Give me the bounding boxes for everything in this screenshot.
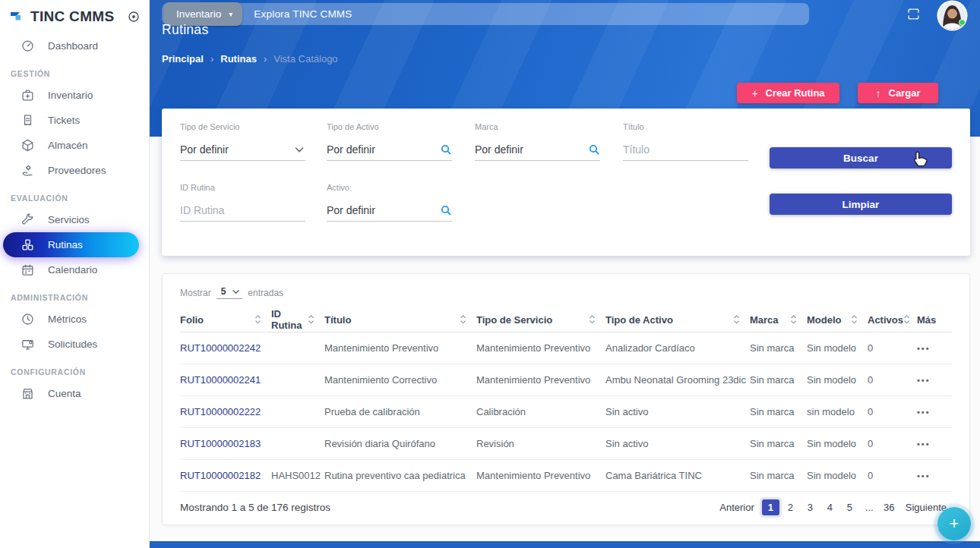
id-rutina-field[interactable] xyxy=(180,199,305,222)
chevron-down-icon: ▾ xyxy=(229,11,232,18)
tipo-servicio-value: Por definir xyxy=(180,143,229,156)
upload-button[interactable]: ↑ Cargar xyxy=(858,83,938,103)
filter-panel: Tipo de Servicio Por definir Tipo de Act… xyxy=(162,109,970,256)
sidebar-item-cuenta[interactable]: Cuenta xyxy=(0,381,149,406)
id-rutina-input[interactable] xyxy=(180,204,305,216)
sort-icon[interactable] xyxy=(460,314,466,325)
folio-link[interactable]: RUT10000002222 xyxy=(180,406,271,417)
sort-icon[interactable] xyxy=(790,314,797,325)
column-header-folio[interactable]: Folio xyxy=(180,314,271,326)
pagination: Anterior 1 2 3 4 5 ... 36 Siguiente xyxy=(714,499,952,515)
page-size-select[interactable]: 5 xyxy=(217,286,243,299)
sidebar-item-inventario[interactable]: Inventario xyxy=(0,83,149,108)
sidebar-section-administracion: ADMINISTRACIÓN xyxy=(0,282,149,307)
table-row: RUT10000002222 Prueba de calibración Cal… xyxy=(180,396,952,428)
column-header-tipo-activo[interactable]: Tipo de Activo xyxy=(605,314,750,326)
sidebar-item-solicitudes[interactable]: Solicitudes xyxy=(0,332,149,357)
sidebar-item-label: Inventario xyxy=(48,90,93,101)
sidebar-item-almacen[interactable]: Almacén xyxy=(0,133,149,158)
upload-arrow-icon: ↑ xyxy=(876,87,881,99)
search-icon xyxy=(440,204,452,216)
logo-row: TINC CMMS xyxy=(0,0,149,29)
search-context-label: Inventario xyxy=(176,8,221,20)
titulo-field[interactable] xyxy=(623,138,748,161)
sidebar-item-label: Tickets xyxy=(48,115,80,126)
building-icon xyxy=(21,386,35,401)
sidebar-item-label: Almacén xyxy=(48,140,88,151)
plus-icon: + xyxy=(751,87,757,99)
titulo-input[interactable] xyxy=(623,143,748,156)
sidebar-item-rutinas[interactable]: Rutinas xyxy=(3,232,139,257)
sidebar-item-label: Métricos xyxy=(48,313,87,325)
breadcrumb-home[interactable]: Principal xyxy=(162,53,204,65)
pagination-page[interactable]: 36 xyxy=(880,499,898,515)
row-more-icon[interactable]: ••• xyxy=(917,408,952,417)
filter-tipo-activo: Tipo de Activo Por definir xyxy=(327,122,452,161)
sidebar-section-gestion: GESTIÓN xyxy=(0,58,149,83)
chevron-down-icon xyxy=(232,288,240,296)
breadcrumb: Principal › Rutinas › Vista Catálogo xyxy=(162,53,338,65)
wrench-icon xyxy=(21,213,35,227)
search-input[interactable]: Explora TINC CMMS xyxy=(254,8,352,20)
sort-icon[interactable] xyxy=(589,314,596,325)
user-avatar[interactable] xyxy=(937,0,968,31)
filter-label: Título xyxy=(623,122,748,131)
folio-link[interactable]: RUT10000002183 xyxy=(180,438,271,449)
pagination-previous[interactable]: Anterior xyxy=(714,502,760,513)
sort-icon[interactable] xyxy=(254,314,261,325)
table-row: RUT10000002241 Mantenimiento Correctivo … xyxy=(180,364,952,396)
tipo-activo-lookup[interactable]: Por definir xyxy=(327,138,452,161)
pagination-page[interactable]: 2 xyxy=(782,499,799,515)
create-rutina-button[interactable]: + Crear Rutina xyxy=(737,83,839,103)
main-area: Inventario ▾ Explora TINC CMMS Rutinas P… xyxy=(150,0,980,548)
table-row: RUT10000002242 Mantenimiento Preventivo … xyxy=(180,332,952,364)
fullscreen-icon[interactable] xyxy=(906,7,921,21)
filter-label: Activo: xyxy=(327,183,452,192)
sidebar-item-dashboard[interactable]: Dashboard xyxy=(0,33,149,58)
sidebar-item-label: Solicitudes xyxy=(48,339,97,350)
sort-icon[interactable] xyxy=(308,314,315,325)
add-fab-button[interactable]: + xyxy=(937,507,971,540)
pagination-page[interactable]: 1 xyxy=(762,499,779,515)
column-header-modelo[interactable]: Modelo xyxy=(807,314,868,326)
row-more-icon[interactable]: ••• xyxy=(917,344,952,353)
column-header-id-rutina[interactable]: ID Rutina xyxy=(271,308,324,331)
sort-icon[interactable] xyxy=(733,314,740,325)
pagination-page[interactable]: 5 xyxy=(841,499,858,515)
sidebar-section-configuracion: CONFIGURACIÓN xyxy=(0,357,149,381)
column-header-titulo[interactable]: Título xyxy=(324,314,476,326)
breadcrumb-separator: › xyxy=(210,53,213,65)
sidebar-item-proveedores[interactable]: Proveedores xyxy=(0,158,149,183)
folio-link[interactable]: RUT10000002241 xyxy=(180,374,271,386)
pagination-page[interactable]: 3 xyxy=(801,499,819,515)
folio-link[interactable]: RUT10000002242 xyxy=(180,342,271,354)
column-header-tipo-servicio[interactable]: Tipo de Servicio xyxy=(476,314,605,326)
sidebar-toggle-icon[interactable] xyxy=(128,11,140,23)
column-header-mas: Más xyxy=(917,314,952,326)
activo-lookup[interactable]: Por definir xyxy=(327,199,452,222)
clear-button[interactable]: Limpiar xyxy=(770,194,952,215)
sidebar-item-servicios[interactable]: Servicios xyxy=(0,207,149,232)
sidebar-item-label: Servicios xyxy=(48,214,90,225)
row-more-icon[interactable]: ••• xyxy=(917,439,952,449)
sidebar-item-metricos[interactable]: Métricos xyxy=(0,307,149,332)
search-icon xyxy=(440,143,452,156)
pagination-page[interactable]: 4 xyxy=(821,499,839,515)
row-more-icon[interactable]: ••• xyxy=(917,471,952,480)
sidebar-item-tickets[interactable]: Tickets xyxy=(0,108,149,133)
global-search-bar[interactable]: Inventario ▾ Explora TINC CMMS xyxy=(162,3,809,25)
sort-icon[interactable] xyxy=(903,314,910,325)
sort-icon[interactable] xyxy=(851,314,858,325)
tipo-servicio-select[interactable]: Por definir xyxy=(180,138,305,161)
marca-lookup[interactable]: Por definir xyxy=(475,138,600,161)
sidebar-nav: Dashboard GESTIÓN Inventario Tickets Alm… xyxy=(0,33,149,406)
row-more-icon[interactable]: ••• xyxy=(917,376,952,385)
table-row: RUT10000002183 Revisión diaria Quirófano… xyxy=(180,428,952,460)
breadcrumb-section[interactable]: Rutinas xyxy=(220,53,257,65)
column-header-activos[interactable]: Activos xyxy=(868,314,917,326)
folio-link[interactable]: RUT10000002182 xyxy=(180,470,271,481)
sidebar-item-calendario[interactable]: Calendario xyxy=(0,257,149,282)
column-header-marca[interactable]: Marca xyxy=(750,314,807,326)
table-header: Folio ID Rutina Título Tipo de Servicio … xyxy=(180,307,952,332)
calendar-icon xyxy=(21,263,35,277)
